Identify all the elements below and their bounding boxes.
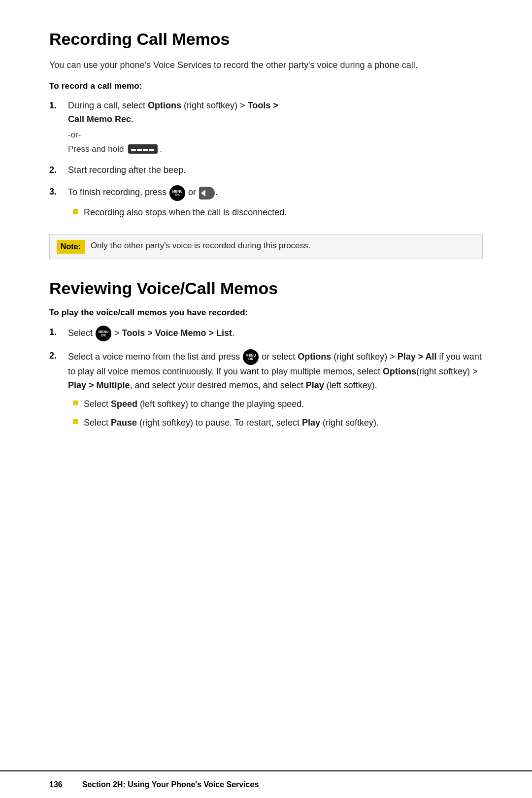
reviewing-step-1: 1. Select MENUOK > Tools > Voice Memo > … — [49, 326, 483, 341]
period-text: . — [160, 143, 162, 156]
rev-bullet-1-text: Select Speed (left softkey) to change th… — [84, 398, 304, 411]
tools-bold: Tools > — [248, 100, 278, 110]
options-bold-3: Options — [383, 366, 416, 376]
options-bold-2: Options — [298, 352, 331, 362]
step-number-2: 2. — [49, 164, 68, 177]
recording-steps: 1. During a call, select Options (right … — [49, 99, 483, 225]
recording-title: Recording Call Memos — [49, 30, 483, 49]
press-hold-line: Press and hold ▬▬▬▬. — [68, 143, 483, 156]
speed-bold: Speed — [111, 399, 137, 409]
rev-step-2-text: Select a voice memo from the list and pr… — [68, 352, 482, 390]
play-all-bold: Play > All — [398, 352, 437, 362]
step-3-text: To finish recording, press MENUOK or . — [68, 187, 218, 197]
bullet-square-icon-2 — [73, 400, 78, 405]
rev-step-2-bullets: Select Speed (left softkey) to change th… — [68, 398, 483, 430]
recording-step-3: 3. To finish recording, press MENUOK or … — [49, 185, 483, 225]
menu-ok-button-icon: MENUOK — [169, 185, 185, 201]
note-box: Note: Only the other party's voice is re… — [49, 234, 483, 259]
rev-step-number-2: 2. — [49, 349, 68, 363]
menu-ok-button-icon-2: MENUOK — [96, 326, 111, 341]
rev-step-number-1: 1. — [49, 326, 68, 339]
note-label: Note: — [57, 240, 85, 254]
step-3-bullet-1-text: Recording also stops when the call is di… — [84, 206, 287, 220]
press-hold-text: Press and hold — [68, 143, 126, 156]
reviewing-steps: 1. Select MENUOK > Tools > Voice Memo > … — [49, 326, 483, 435]
step-1-content: During a call, select Options (right sof… — [68, 99, 483, 156]
rev-step-1-content: Select MENUOK > Tools > Voice Memo > Lis… — [68, 326, 483, 341]
step-number-1: 1. — [49, 99, 68, 113]
play-multiple-bold: Play > Multiple — [68, 380, 130, 390]
bullet-square-icon-3 — [73, 419, 78, 424]
footer-section-text: Section 2H: Using Your Phone's Voice Ser… — [82, 780, 259, 789]
page-container: Recording Call Memos You can use your ph… — [0, 0, 532, 482]
or-line: -or- — [68, 129, 483, 141]
rev-step-1-text: Select MENUOK > Tools > Voice Memo > Lis… — [68, 328, 234, 338]
recording-intro: You can use your phone's Voice Services … — [49, 59, 483, 72]
menu-ok-button-icon-3: MENUOK — [243, 349, 259, 365]
bullet-square-icon — [73, 209, 78, 214]
reviewing-step-2: 2. Select a voice memo from the list and… — [49, 349, 483, 435]
rev-bullet-1: Select Speed (left softkey) to change th… — [73, 398, 483, 411]
rev-step-2-content: Select a voice memo from the list and pr… — [68, 349, 483, 435]
back-button-icon — [199, 187, 215, 200]
rev-bullet-2: Select Pause (right softkey) to pause. T… — [73, 416, 483, 430]
step-number-3: 3. — [49, 185, 68, 199]
reviewing-title: Reviewing Voice/Call Memos — [49, 279, 483, 298]
step-2-text: Start recording after the beep. — [68, 165, 186, 175]
recording-sub-heading: To record a call memo: — [49, 81, 483, 91]
play-bold-2: Play — [302, 418, 320, 428]
key-icon: ▬▬▬▬ — [128, 144, 158, 154]
play-bold: Play — [306, 380, 324, 390]
reviewing-sub-heading: To play the voice/call memos you have re… — [49, 308, 483, 318]
note-text: Only the other party's voice is recorded… — [91, 239, 310, 252]
step-1-text: During a call, select Options (right sof… — [68, 100, 278, 124]
footer-page-number: 136 — [49, 780, 63, 789]
pause-bold: Pause — [111, 418, 137, 428]
step-3-bullet-1: Recording also stops when the call is di… — [73, 206, 483, 220]
recording-step-1: 1. During a call, select Options (right … — [49, 99, 483, 156]
footer-bar: 136 Section 2H: Using Your Phone's Voice… — [0, 770, 532, 798]
tools-voice-memo-bold: Tools > Voice Memo > List — [122, 328, 232, 338]
call-memo-rec-bold: Call Memo Rec — [68, 114, 131, 124]
rev-bullet-2-text: Select Pause (right softkey) to pause. T… — [84, 416, 379, 430]
step-3-content: To finish recording, press MENUOK or . R… — [68, 185, 483, 225]
step-3-bullets: Recording also stops when the call is di… — [68, 206, 483, 220]
recording-step-2: 2. Start recording after the beep. — [49, 164, 483, 177]
options-bold: Options — [148, 100, 181, 110]
step-2-content: Start recording after the beep. — [68, 164, 483, 177]
